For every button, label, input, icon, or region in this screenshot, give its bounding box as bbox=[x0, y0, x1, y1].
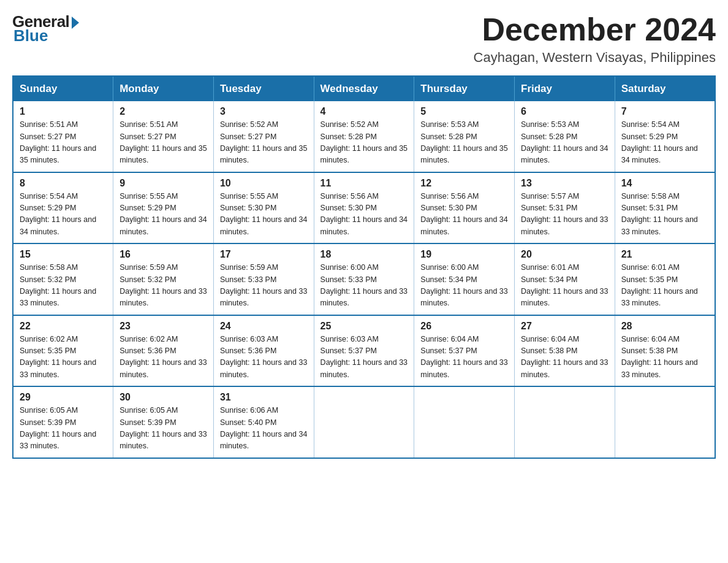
day-info: Sunrise: 5:59 AMSunset: 5:33 PMDaylight:… bbox=[220, 262, 308, 310]
day-info: Sunrise: 5:53 AMSunset: 5:28 PMDaylight:… bbox=[420, 119, 508, 167]
weekday-header-monday: Monday bbox=[113, 76, 214, 101]
day-number: 23 bbox=[119, 321, 207, 332]
day-info: Sunrise: 5:58 AMSunset: 5:31 PMDaylight:… bbox=[621, 191, 708, 239]
weekday-header-row: SundayMondayTuesdayWednesdayThursdayFrid… bbox=[13, 76, 715, 101]
day-info: Sunrise: 6:03 AMSunset: 5:36 PMDaylight:… bbox=[220, 334, 308, 381]
day-number: 30 bbox=[119, 392, 207, 403]
calendar-cell: 21Sunrise: 6:01 AMSunset: 5:35 PMDayligh… bbox=[615, 243, 715, 315]
calendar-cell: 5Sunrise: 5:53 AMSunset: 5:28 PMDaylight… bbox=[414, 101, 515, 172]
calendar-cell: 1Sunrise: 5:51 AMSunset: 5:27 PMDaylight… bbox=[13, 101, 113, 172]
day-number: 5 bbox=[420, 106, 508, 117]
calendar-cell: 20Sunrise: 6:01 AMSunset: 5:34 PMDayligh… bbox=[515, 243, 615, 315]
calendar-cell: 26Sunrise: 6:04 AMSunset: 5:37 PMDayligh… bbox=[414, 315, 515, 387]
day-info: Sunrise: 6:06 AMSunset: 5:40 PMDaylight:… bbox=[220, 405, 308, 453]
calendar-cell: 28Sunrise: 6:04 AMSunset: 5:38 PMDayligh… bbox=[615, 315, 715, 387]
calendar-cell: 31Sunrise: 6:06 AMSunset: 5:40 PMDayligh… bbox=[213, 386, 314, 458]
day-info: Sunrise: 5:52 AMSunset: 5:27 PMDaylight:… bbox=[220, 119, 308, 167]
day-info: Sunrise: 5:51 AMSunset: 5:27 PMDaylight:… bbox=[119, 119, 207, 167]
day-info: Sunrise: 6:01 AMSunset: 5:35 PMDaylight:… bbox=[621, 262, 708, 310]
day-number: 28 bbox=[621, 321, 708, 332]
day-number: 29 bbox=[20, 392, 107, 403]
calendar-cell: 13Sunrise: 5:57 AMSunset: 5:31 PMDayligh… bbox=[515, 172, 615, 244]
day-number: 14 bbox=[621, 178, 708, 189]
day-info: Sunrise: 5:52 AMSunset: 5:28 PMDaylight:… bbox=[320, 119, 408, 167]
calendar-cell: 4Sunrise: 5:52 AMSunset: 5:28 PMDaylight… bbox=[314, 101, 414, 172]
day-number: 21 bbox=[621, 249, 708, 260]
day-info: Sunrise: 5:56 AMSunset: 5:30 PMDaylight:… bbox=[420, 191, 508, 239]
month-year-title: December 2024 bbox=[474, 12, 716, 47]
day-info: Sunrise: 6:00 AMSunset: 5:33 PMDaylight:… bbox=[320, 262, 408, 310]
day-info: Sunrise: 5:57 AMSunset: 5:31 PMDaylight:… bbox=[521, 191, 609, 239]
weekday-header-saturday: Saturday bbox=[615, 76, 715, 101]
day-number: 6 bbox=[521, 106, 609, 117]
logo-arrow-icon bbox=[72, 17, 79, 29]
day-number: 2 bbox=[119, 106, 207, 117]
logo: General Blue bbox=[12, 12, 79, 45]
day-number: 15 bbox=[20, 249, 107, 260]
page-header: General Blue December 2024 Cayhagan, Wes… bbox=[12, 12, 716, 66]
day-number: 7 bbox=[621, 106, 708, 117]
day-info: Sunrise: 6:01 AMSunset: 5:34 PMDaylight:… bbox=[521, 262, 609, 310]
calendar-cell: 8Sunrise: 5:54 AMSunset: 5:29 PMDaylight… bbox=[13, 172, 113, 244]
weekday-header-thursday: Thursday bbox=[414, 76, 515, 101]
day-info: Sunrise: 5:54 AMSunset: 5:29 PMDaylight:… bbox=[20, 191, 107, 239]
calendar-cell: 19Sunrise: 6:00 AMSunset: 5:34 PMDayligh… bbox=[414, 243, 515, 315]
calendar-cell: 6Sunrise: 5:53 AMSunset: 5:28 PMDaylight… bbox=[515, 101, 615, 172]
calendar-cell: 27Sunrise: 6:04 AMSunset: 5:38 PMDayligh… bbox=[515, 315, 615, 387]
calendar-cell: 24Sunrise: 6:03 AMSunset: 5:36 PMDayligh… bbox=[213, 315, 314, 387]
day-number: 25 bbox=[320, 321, 408, 332]
calendar-cell: 23Sunrise: 6:02 AMSunset: 5:36 PMDayligh… bbox=[113, 315, 214, 387]
calendar-table: SundayMondayTuesdayWednesdayThursdayFrid… bbox=[12, 75, 716, 459]
calendar-cell: 14Sunrise: 5:58 AMSunset: 5:31 PMDayligh… bbox=[615, 172, 715, 244]
day-info: Sunrise: 5:54 AMSunset: 5:29 PMDaylight:… bbox=[621, 119, 708, 167]
day-number: 17 bbox=[220, 249, 308, 260]
day-number: 4 bbox=[320, 106, 408, 117]
day-number: 19 bbox=[420, 249, 508, 260]
calendar-week-row: 22Sunrise: 6:02 AMSunset: 5:35 PMDayligh… bbox=[13, 315, 715, 387]
day-number: 1 bbox=[20, 106, 107, 117]
calendar-week-row: 29Sunrise: 6:05 AMSunset: 5:39 PMDayligh… bbox=[13, 386, 715, 458]
day-number: 11 bbox=[320, 178, 408, 189]
day-number: 18 bbox=[320, 249, 408, 260]
day-info: Sunrise: 6:05 AMSunset: 5:39 PMDaylight:… bbox=[119, 405, 207, 453]
weekday-header-tuesday: Tuesday bbox=[213, 76, 314, 101]
calendar-cell: 25Sunrise: 6:03 AMSunset: 5:37 PMDayligh… bbox=[314, 315, 414, 387]
day-number: 27 bbox=[521, 321, 609, 332]
day-info: Sunrise: 5:55 AMSunset: 5:30 PMDaylight:… bbox=[220, 191, 308, 239]
day-number: 20 bbox=[521, 249, 609, 260]
day-info: Sunrise: 5:56 AMSunset: 5:30 PMDaylight:… bbox=[320, 191, 408, 239]
calendar-cell: 15Sunrise: 5:58 AMSunset: 5:32 PMDayligh… bbox=[13, 243, 113, 315]
day-number: 13 bbox=[521, 178, 609, 189]
calendar-cell: 30Sunrise: 6:05 AMSunset: 5:39 PMDayligh… bbox=[113, 386, 214, 458]
day-number: 12 bbox=[420, 178, 508, 189]
calendar-cell: 10Sunrise: 5:55 AMSunset: 5:30 PMDayligh… bbox=[213, 172, 314, 244]
calendar-cell bbox=[515, 386, 615, 458]
logo-blue-text: Blue bbox=[13, 26, 48, 45]
weekday-header-wednesday: Wednesday bbox=[314, 76, 414, 101]
day-info: Sunrise: 6:03 AMSunset: 5:37 PMDaylight:… bbox=[320, 334, 408, 381]
day-number: 8 bbox=[20, 178, 107, 189]
day-info: Sunrise: 5:51 AMSunset: 5:27 PMDaylight:… bbox=[20, 119, 107, 167]
day-info: Sunrise: 6:04 AMSunset: 5:38 PMDaylight:… bbox=[521, 334, 609, 381]
day-number: 24 bbox=[220, 321, 308, 332]
calendar-cell: 16Sunrise: 5:59 AMSunset: 5:32 PMDayligh… bbox=[113, 243, 214, 315]
weekday-header-sunday: Sunday bbox=[13, 76, 113, 101]
title-area: December 2024 Cayhagan, Western Visayas,… bbox=[474, 12, 716, 66]
day-info: Sunrise: 6:02 AMSunset: 5:35 PMDaylight:… bbox=[20, 334, 107, 381]
day-number: 16 bbox=[119, 249, 207, 260]
calendar-week-row: 1Sunrise: 5:51 AMSunset: 5:27 PMDaylight… bbox=[13, 101, 715, 172]
day-info: Sunrise: 5:59 AMSunset: 5:32 PMDaylight:… bbox=[119, 262, 207, 310]
location-subtitle: Cayhagan, Western Visayas, Philippines bbox=[474, 50, 716, 66]
day-info: Sunrise: 5:58 AMSunset: 5:32 PMDaylight:… bbox=[20, 262, 107, 310]
day-number: 22 bbox=[20, 321, 107, 332]
calendar-cell: 7Sunrise: 5:54 AMSunset: 5:29 PMDaylight… bbox=[615, 101, 715, 172]
day-number: 26 bbox=[420, 321, 508, 332]
day-info: Sunrise: 6:04 AMSunset: 5:38 PMDaylight:… bbox=[621, 334, 708, 381]
day-number: 3 bbox=[220, 106, 308, 117]
day-info: Sunrise: 6:05 AMSunset: 5:39 PMDaylight:… bbox=[20, 405, 107, 453]
calendar-week-row: 8Sunrise: 5:54 AMSunset: 5:29 PMDaylight… bbox=[13, 172, 715, 244]
calendar-cell: 2Sunrise: 5:51 AMSunset: 5:27 PMDaylight… bbox=[113, 101, 214, 172]
calendar-cell: 11Sunrise: 5:56 AMSunset: 5:30 PMDayligh… bbox=[314, 172, 414, 244]
day-info: Sunrise: 5:55 AMSunset: 5:29 PMDaylight:… bbox=[119, 191, 207, 239]
calendar-cell: 18Sunrise: 6:00 AMSunset: 5:33 PMDayligh… bbox=[314, 243, 414, 315]
